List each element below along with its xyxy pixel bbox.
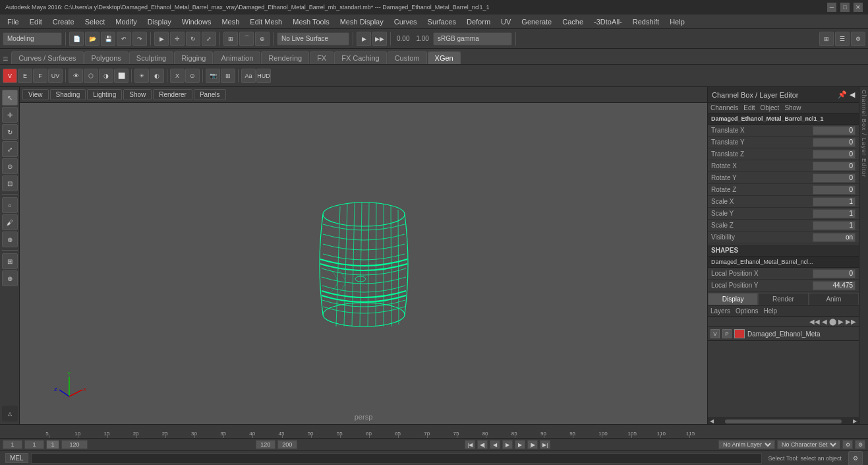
cb-attr-value[interactable]: 0 [813, 173, 855, 183]
cb-attr-value[interactable]: 0 [813, 150, 855, 159]
undo-btn[interactable]: ↶ [117, 32, 131, 46]
no-live-surface[interactable]: No Live Surface [277, 32, 349, 46]
layer-menu-help[interactable]: Help [763, 307, 777, 315]
vp-show-menu[interactable]: Show [123, 89, 152, 100]
icon-vertex[interactable]: V [3, 69, 17, 83]
tab-custom[interactable]: Custom [388, 51, 427, 64]
status-settings[interactable]: ⚙ [848, 451, 863, 466]
icon-grid[interactable]: ⊞ [819, 32, 834, 46]
tab-fx-caching[interactable]: FX Caching [334, 51, 386, 64]
tab-fx[interactable]: FX [310, 51, 333, 64]
next-key-btn[interactable]: |▶ [527, 440, 538, 449]
select-tool[interactable]: ↖ [2, 90, 18, 106]
dra-tab-display[interactable]: Display [708, 293, 758, 305]
menu-item-cache[interactable]: Cache [558, 16, 588, 27]
menu-item-generate[interactable]: Generate [517, 16, 556, 27]
layer-menu-options[interactable]: Options [736, 307, 758, 315]
cb-attr-value[interactable]: on [813, 233, 855, 242]
icon-light[interactable]: ☀ [134, 69, 149, 83]
timeline-extra[interactable]: ⚙ [855, 440, 865, 449]
gamma-selector[interactable]: sRGB gamma [433, 32, 512, 46]
vp-lighting-menu[interactable]: Lighting [87, 89, 122, 100]
icon-wireframe[interactable]: ⬡ [84, 69, 98, 83]
close-button[interactable]: ✕ [854, 3, 863, 12]
lasso-tool[interactable]: ○ [2, 197, 18, 213]
play-btn[interactable]: ▶ [502, 440, 513, 449]
scale-btn[interactable]: ⤢ [202, 32, 216, 46]
layer-visibility[interactable]: V [710, 329, 720, 338]
redo-btn[interactable]: ↷ [132, 32, 147, 46]
tab-sculpting[interactable]: Sculpting [129, 51, 173, 64]
move-tool[interactable]: ✛ [2, 107, 18, 123]
prev-frame-btn[interactable]: ◀ [490, 440, 500, 449]
new-file-btn[interactable]: 📄 [69, 32, 84, 46]
icon-hud[interactable]: HUD [256, 69, 271, 83]
skip-end-btn[interactable]: ▶| [540, 440, 550, 449]
gimbal-tool[interactable]: ⊕ [2, 232, 18, 247]
ipr-btn[interactable]: ▶▶ [372, 32, 387, 46]
menu-item-curves[interactable]: Curves [390, 16, 422, 27]
timeline-end-input[interactable]: 120 [256, 440, 275, 449]
cb-menu-channels[interactable]: Channels [710, 104, 738, 111]
cb-attr-value[interactable]: 1 [813, 209, 855, 218]
icon-face[interactable]: F [33, 69, 47, 83]
current-frame-marker[interactable]: 1 [46, 440, 59, 449]
menu-item-uv[interactable]: UV [496, 16, 515, 27]
snap-grid-l[interactable]: ⊞ [2, 253, 18, 269]
cb-scroll-left[interactable]: ◀ [708, 418, 716, 424]
menu-item-mesh[interactable]: Mesh [217, 16, 244, 27]
char-set-select[interactable]: No Character Set [777, 440, 840, 449]
cb-shape-attr-local-position-x[interactable]: Local Position X 0 [708, 268, 859, 280]
cb-attr-value[interactable]: 1 [813, 197, 855, 206]
menu-item-mesh-display[interactable]: Mesh Display [335, 16, 388, 27]
end-play-input[interactable]: 120 [61, 440, 88, 449]
cb-attr-value[interactable]: 0 [813, 185, 855, 195]
menu-item-surfaces[interactable]: Surfaces [423, 16, 461, 27]
icon-edge[interactable]: E [18, 69, 32, 83]
cb-attr-scale-x[interactable]: Scale X 1 [708, 196, 859, 208]
vp-view-menu[interactable]: View [22, 89, 49, 100]
icon-texture[interactable]: ⬜ [114, 69, 129, 83]
cb-shape-attr-value[interactable]: 44.475 [813, 281, 855, 290]
open-btn[interactable]: 📂 [85, 32, 100, 46]
tab-menu-icon[interactable]: ≡ [3, 53, 8, 64]
cb-attr-rotate-z[interactable]: Rotate Z 0 [708, 184, 859, 196]
next-frame-btn[interactable]: ▶ [515, 440, 525, 449]
layer-left-arrow[interactable]: ◀◀ [809, 318, 820, 325]
cb-attr-translate-z[interactable]: Translate Z 0 [708, 148, 859, 160]
cb-attr-rotate-x[interactable]: Rotate X 0 [708, 160, 859, 172]
icon-settings[interactable]: ⚙ [851, 32, 865, 46]
menu-item-windows[interactable]: Windows [177, 16, 216, 27]
mode-selector[interactable]: Modeling [3, 32, 62, 46]
tab-rigging[interactable]: Rigging [174, 51, 213, 64]
cb-attr-value[interactable]: 0 [813, 138, 855, 147]
select-btn[interactable]: ▶ [154, 32, 169, 46]
icon-list[interactable]: ☰ [835, 32, 850, 46]
layer-right-step[interactable]: ▶ [838, 318, 844, 325]
icon-aa[interactable]: Aa [241, 69, 256, 83]
move-btn[interactable]: ✛ [170, 32, 185, 46]
cb-pin-icon[interactable]: 📌 [838, 90, 847, 99]
tab-curves-surfaces[interactable]: Curves / Surfaces [11, 51, 83, 64]
icon-isolate[interactable]: ⊙ [185, 69, 200, 83]
icon-xray[interactable]: X [170, 69, 185, 83]
tab-polygons[interactable]: Polygons [84, 51, 129, 64]
cb-attr-scale-z[interactable]: Scale Z 1 [708, 220, 859, 232]
minimize-button[interactable]: ─ [827, 3, 836, 12]
snap-curve-btn[interactable]: ⌒ [239, 32, 254, 46]
snap-point-btn[interactable]: ⊕ [255, 32, 270, 46]
layer-right-arrow[interactable]: ▶▶ [846, 318, 856, 325]
timeline-max-input[interactable]: 200 [277, 440, 297, 449]
menu-item-create[interactable]: Create [48, 16, 79, 27]
layer-menu-layers[interactable]: Layers [710, 307, 730, 315]
layer-playback[interactable]: P [722, 329, 732, 338]
cb-attr-value[interactable]: 1 [813, 221, 855, 230]
cb-scroll-right[interactable]: ▶ [851, 418, 859, 424]
vp-panels-menu[interactable]: Panels [194, 89, 226, 100]
menu-item-help[interactable]: Help [665, 16, 689, 27]
cb-menu-show[interactable]: Show [784, 104, 801, 111]
scale-tool[interactable]: ⤢ [2, 141, 18, 157]
paint-tool[interactable]: 🖌 [2, 214, 18, 230]
cb-menu-object[interactable]: Object [761, 104, 780, 111]
vp-renderer-menu[interactable]: Renderer [153, 89, 192, 100]
